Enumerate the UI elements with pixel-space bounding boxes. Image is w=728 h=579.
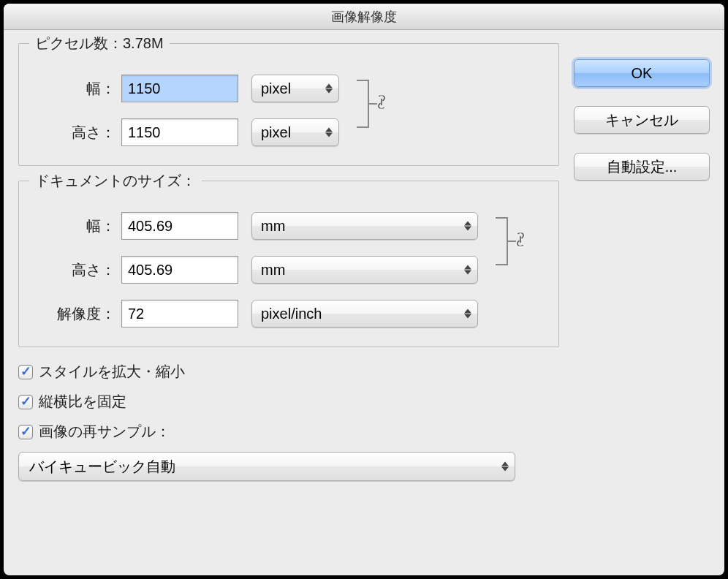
resolution-unit-dropdown[interactable]: pixel/inch — [251, 300, 478, 328]
dialog-titlebar: 画像解像度 — [4, 4, 724, 30]
pixel-height-unit-value: pixel — [261, 124, 291, 141]
resolution-row: 解像度： pixel/inch — [35, 300, 542, 328]
pixel-width-input[interactable] — [121, 75, 238, 102]
resample-row[interactable]: 画像の再サンプル： — [18, 422, 559, 442]
doc-width-input[interactable] — [121, 212, 238, 240]
link-icon — [515, 233, 526, 250]
pixel-width-unit-value: pixel — [261, 80, 291, 97]
constrain-checkbox[interactable] — [18, 395, 33, 409]
cancel-button-label: キャンセル — [605, 110, 678, 130]
doc-height-label: 高さ： — [35, 260, 115, 280]
pixel-height-label: 高さ： — [35, 123, 115, 143]
resample-method-value: バイキュービック自動 — [29, 457, 175, 477]
pixel-size-value: 3.78M — [123, 35, 164, 51]
scale-styles-row[interactable]: スタイルを拡大・縮小 — [18, 362, 559, 382]
doc-width-unit-value: mm — [261, 218, 285, 235]
auto-button[interactable]: 自動設定... — [574, 153, 710, 181]
doc-height-unit-value: mm — [261, 262, 285, 279]
updown-arrows-icon — [464, 309, 471, 319]
ok-button-label: OK — [632, 65, 653, 82]
left-column: ピクセル数：3.78M 幅： pixel — [18, 43, 559, 481]
pixel-rows-group: 幅： pixel 高さ： — [35, 75, 542, 146]
pixel-legend-prefix: ピクセル数： — [35, 35, 123, 51]
link-icon — [376, 96, 387, 113]
updown-arrows-icon — [325, 84, 333, 94]
dialog-title: 画像解像度 — [331, 8, 397, 26]
document-size-fieldset: ドキュメントのサイズ： 幅： mm — [18, 181, 559, 347]
right-column: OK キャンセル 自動設定... — [574, 43, 710, 481]
cancel-button[interactable]: キャンセル — [574, 106, 710, 134]
resolution-input[interactable] — [121, 300, 238, 328]
pixel-width-label: 幅： — [35, 79, 115, 99]
resample-label: 画像の再サンプル： — [39, 422, 170, 442]
doc-width-row: 幅： mm — [35, 212, 478, 240]
doc-link-bracket — [491, 205, 535, 278]
updown-arrows-icon — [501, 462, 509, 472]
resolution-unit-value: pixel/inch — [261, 306, 322, 322]
pixel-link-bracket — [352, 67, 396, 140]
document-rows-group: 幅： mm 高さ： — [35, 212, 542, 284]
resample-method-dropdown[interactable]: バイキュービック自動 — [18, 452, 515, 481]
doc-width-unit-dropdown[interactable]: mm — [251, 212, 478, 240]
pixel-height-unit-dropdown[interactable]: pixel — [251, 118, 339, 146]
scale-styles-label: スタイルを拡大・縮小 — [39, 362, 185, 382]
document-size-legend: ドキュメントのサイズ： — [29, 171, 202, 191]
doc-height-row: 高さ： mm — [35, 256, 478, 284]
pixel-rows: 幅： pixel 高さ： — [35, 75, 339, 146]
image-size-dialog: 画像解像度 ピクセル数：3.78M 幅： pixel — [4, 4, 724, 575]
doc-height-unit-dropdown[interactable]: mm — [251, 256, 478, 284]
constrain-label: 縦横比を固定 — [39, 392, 126, 412]
dialog-content: ピクセル数：3.78M 幅： pixel — [4, 30, 724, 496]
pixel-height-row: 高さ： pixel — [35, 118, 339, 146]
pixel-height-input[interactable] — [121, 118, 238, 146]
updown-arrows-icon — [325, 128, 333, 137]
resolution-label: 解像度： — [35, 304, 115, 324]
document-rows: 幅： mm 高さ： — [35, 212, 478, 284]
auto-button-label: 自動設定... — [607, 157, 678, 177]
pixel-dimensions-fieldset: ピクセル数：3.78M 幅： pixel — [18, 43, 559, 166]
bracket-icon — [491, 205, 535, 278]
pixel-width-unit-dropdown[interactable]: pixel — [251, 75, 339, 102]
doc-width-label: 幅： — [35, 216, 115, 236]
ok-button[interactable]: OK — [574, 59, 710, 87]
scale-styles-checkbox[interactable] — [18, 365, 33, 379]
resample-checkbox[interactable] — [18, 425, 33, 439]
doc-height-input[interactable] — [121, 256, 238, 284]
pixel-dimensions-legend: ピクセル数：3.78M — [29, 34, 170, 53]
pixel-width-row: 幅： pixel — [35, 75, 339, 102]
bracket-icon — [352, 67, 396, 140]
constrain-row[interactable]: 縦横比を固定 — [18, 392, 559, 412]
updown-arrows-icon — [464, 265, 471, 275]
updown-arrows-icon — [464, 222, 471, 231]
